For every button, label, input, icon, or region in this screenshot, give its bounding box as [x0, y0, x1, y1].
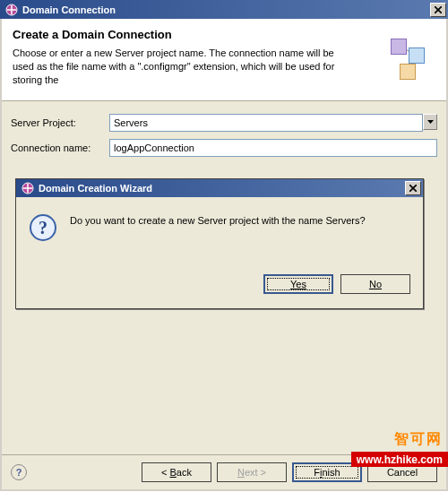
dialog-titlebar: Domain Creation Wizard — [16, 179, 423, 197]
watermark-text-cn: 智可网 — [394, 430, 443, 449]
connection-name-label: Connection name: — [11, 142, 109, 153]
page-title: Create a Domain Connection — [13, 28, 435, 41]
header-graphic-icon — [385, 39, 434, 87]
form-area: Server Project: Servers Connection name:… — [2, 101, 446, 454]
message-row: ? Do you want to create a new Server pro… — [29, 213, 410, 242]
dialog-body: ? Do you want to create a new Server pro… — [16, 197, 423, 308]
server-project-label: Server Project: — [11, 117, 109, 128]
window-title: Domain Connection — [22, 4, 430, 15]
creation-wizard-dialog: Domain Creation Wizard ? Do you want to … — [15, 178, 424, 309]
server-project-combo[interactable]: Servers — [109, 114, 423, 132]
next-button: Next > — [217, 462, 287, 482]
back-button[interactable]: < Back — [142, 462, 211, 482]
window-close-button[interactable] — [430, 3, 446, 17]
connection-name-row: Connection name: logAppConnection — [11, 139, 437, 157]
watermark-text-url: www.hzhike.com — [351, 452, 448, 467]
dialog-message: Do you want to create a new Server proje… — [70, 213, 366, 226]
dialog-button-row: Yes No — [29, 274, 410, 294]
yes-button[interactable]: Yes — [263, 274, 333, 294]
svg-text:?: ? — [39, 218, 47, 237]
help-button[interactable]: ? — [11, 464, 27, 480]
connection-name-input[interactable]: logAppConnection — [109, 139, 437, 157]
dialog-title: Domain Creation Wizard — [39, 183, 405, 194]
dialog-close-button[interactable] — [405, 181, 421, 195]
app-icon — [5, 4, 18, 16]
server-project-row: Server Project: Servers — [11, 114, 437, 132]
no-button[interactable]: No — [340, 274, 410, 294]
server-project-value: Servers — [114, 117, 148, 128]
server-project-dropdown-button[interactable] — [423, 114, 437, 130]
question-icon: ? — [29, 213, 57, 242]
page-description: Choose or enter a new Server project nam… — [13, 47, 353, 87]
dialog-icon — [22, 182, 34, 194]
window-titlebar: Domain Connection — [0, 0, 448, 19]
wizard-header: Create a Domain Connection Choose or ent… — [2, 19, 446, 101]
connection-name-value: logAppConnection — [114, 142, 194, 153]
main-area: Create a Domain Connection Choose or ent… — [0, 19, 448, 491]
